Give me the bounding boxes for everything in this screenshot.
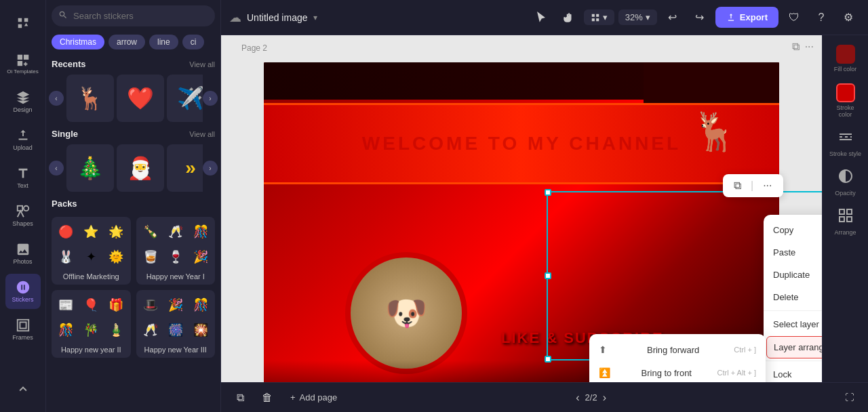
- sticker-plane[interactable]: ✈️: [167, 75, 203, 122]
- copy-page-button[interactable]: ⧉: [229, 387, 251, 409]
- right-panel: Fill color Stroke color Stroke style Opa…: [822, 35, 868, 382]
- sidebar-item-shapes[interactable]: Shapes: [5, 198, 41, 233]
- float-copy-button[interactable]: ⧉: [730, 178, 745, 193]
- pack-sticker: 🌟: [104, 220, 128, 243]
- arrange-icon: [837, 207, 854, 227]
- search-input[interactable]: [52, 5, 215, 26]
- sidebar-item-upload[interactable]: Upload: [5, 122, 41, 157]
- svg-rect-3: [20, 322, 26, 328]
- pack-happy-new-year-2-grid: 📰 🎈 🎁 🎊 🎋 🎍: [52, 290, 131, 344]
- sticker-arrow[interactable]: »: [167, 144, 203, 192]
- sticker-heart[interactable]: ❤️: [117, 75, 164, 122]
- sidebar-item-more[interactable]: [5, 371, 41, 407]
- tag-line[interactable]: line: [149, 35, 178, 49]
- context-delete[interactable]: Delete ⌫: [764, 286, 822, 308]
- page-icon-copy[interactable]: ⧉: [792, 41, 800, 53]
- context-select-layer-label: Select layer: [773, 319, 819, 329]
- frames-label: Frames: [12, 334, 33, 341]
- canvas-container[interactable]: Page 2 ⧉ ··· WELCOME TO MY CHANNEL 🦌 🐶: [221, 35, 822, 382]
- page-icons: ⧉ ···: [792, 41, 814, 53]
- recents-view-all[interactable]: View all: [189, 60, 215, 68]
- tool-sidebar: Oi Templates Design Upload Text Shapes P…: [0, 0, 46, 412]
- prev-page-button[interactable]: ‹: [576, 392, 579, 404]
- header-tools: ▾ 32% ▾ ↩ ↪ Export 🛡 ? ⚙: [530, 6, 860, 29]
- packs-row-1: 🔴 ⭐ 🌟 🐰 ✦ 🌞 Offline Marketing 🍾 🥂 🎊 🥃 🍷 …: [49, 214, 218, 287]
- context-duplicate[interactable]: Duplicate Ctrl+D: [764, 264, 822, 286]
- recents-next[interactable]: ›: [203, 91, 218, 106]
- add-page-label: Add page: [300, 392, 338, 403]
- tags-row: Christmas arrow line ci: [46, 32, 220, 55]
- recents-prev[interactable]: ‹: [49, 91, 64, 106]
- pack-happy-new-year-2[interactable]: 📰 🎈 🎁 🎊 🎋 🎍 Happy new year II: [52, 290, 131, 358]
- svg-rect-2: [17, 320, 28, 331]
- zoom-level: 32%: [625, 12, 643, 22]
- single-view-all[interactable]: View all: [189, 130, 215, 138]
- add-page-button[interactable]: + Add page: [283, 387, 344, 409]
- redo-button[interactable]: ↪: [688, 6, 711, 29]
- pack-sticker: ✦: [79, 245, 103, 268]
- doc-dropdown-arrow[interactable]: ▾: [313, 13, 317, 22]
- pack-happy-new-year-3[interactable]: 🎩 🎉 🎊 🥂 🎆 🎇 Happy new Year III: [136, 290, 216, 358]
- tag-arrow[interactable]: arrow: [108, 35, 145, 49]
- pack-offline-marketing[interactable]: 🔴 ⭐ 🌟 🐰 ✦ 🌞 Offline Marketing: [52, 217, 131, 285]
- sticker-tree[interactable]: 🎄: [66, 144, 114, 192]
- svg-point-1: [23, 206, 28, 211]
- svg-rect-12: [847, 217, 852, 222]
- sub-bring-forward-label: Bring forward: [647, 345, 699, 355]
- next-page-button[interactable]: ›: [603, 392, 606, 404]
- fill-color-prop[interactable]: Fill color: [827, 41, 865, 77]
- bottom-left-controls: ⧉ 🗑 + Add page: [229, 387, 344, 409]
- sidebar-item-text[interactable]: Text: [5, 160, 41, 195]
- pack-sticker: 🥃: [139, 245, 163, 268]
- recents-grid: 🦌 ❤️ ✈️: [64, 72, 203, 125]
- pack-offline-marketing-label: Offline Marketing: [52, 271, 131, 285]
- pointer-tool-button[interactable]: [530, 6, 553, 29]
- single-prev[interactable]: ‹: [49, 161, 64, 176]
- expand-button[interactable]: ⛶: [838, 387, 860, 409]
- sub-bring-forward[interactable]: ⬆ Bring forward Ctrl + ]: [589, 338, 766, 361]
- float-more-button[interactable]: ···: [759, 178, 776, 193]
- doc-title: Untitled image: [247, 12, 308, 23]
- opacity-label: Opacity: [835, 190, 856, 197]
- arrange-prop[interactable]: Arrange: [827, 203, 865, 240]
- context-copy[interactable]: Copy Ctrl + C: [764, 219, 822, 241]
- context-select-layer[interactable]: Select layer ›: [764, 313, 822, 335]
- stroke-style-prop[interactable]: Stroke style: [827, 125, 865, 161]
- sticker-hat[interactable]: 🎅: [117, 144, 164, 192]
- hand-tool-button[interactable]: [557, 6, 580, 29]
- sidebar-item-frames[interactable]: Frames: [5, 312, 41, 347]
- opacity-prop[interactable]: Opacity: [827, 164, 865, 201]
- shield-icon-button[interactable]: 🛡: [783, 6, 806, 29]
- page-icon-more[interactable]: ···: [805, 41, 814, 53]
- logo-button[interactable]: [5, 5, 41, 41]
- sidebar-item-stickers[interactable]: Stickers: [5, 274, 41, 309]
- context-paste[interactable]: Paste Ctrl + V: [764, 241, 822, 264]
- stroke-color-prop[interactable]: Stroke color: [827, 79, 865, 122]
- svg-rect-7: [596, 18, 599, 21]
- pack-happy-new-year-1[interactable]: 🍾 🥂 🎊 🥃 🍷 🎉 Happy new Year I: [136, 217, 216, 285]
- sidebar-item-design[interactable]: Design: [5, 84, 41, 119]
- sub-bring-to-front[interactable]: ⏫ Bring to front Ctrl + Alt + ]: [589, 361, 766, 382]
- delete-page-button[interactable]: 🗑: [256, 387, 278, 409]
- page-counter: 2/2: [585, 392, 597, 403]
- top-header: ☁ Untitled image ▾ ▾ 32% ▾ ↩ ↪ Expo: [221, 0, 868, 35]
- settings-button[interactable]: ⚙: [837, 6, 860, 29]
- page-nav: ‹ 2/2 ›: [576, 392, 606, 404]
- context-layer-arrangement[interactable]: Layer arrangement ›: [766, 336, 822, 358]
- pack-sticker: 🎊: [189, 220, 212, 243]
- canvas-banner-text: WELCOME TO MY CHANNEL: [362, 133, 681, 154]
- single-next[interactable]: ›: [203, 161, 218, 176]
- tag-christmas[interactable]: Christmas: [52, 35, 104, 49]
- sidebar-item-photos[interactable]: Photos: [5, 236, 41, 271]
- sub-bring-to-front-shortcut: Ctrl + Alt + ]: [717, 369, 756, 377]
- undo-button[interactable]: ↩: [661, 6, 684, 29]
- help-button[interactable]: ?: [810, 6, 833, 29]
- context-lock[interactable]: Lock: [764, 363, 822, 382]
- sticker-reindeer[interactable]: 🦌: [66, 75, 114, 122]
- view-mode-button[interactable]: ▾: [584, 9, 614, 25]
- sub-bring-forward-icon: ⬆: [599, 344, 607, 355]
- zoom-control[interactable]: 32% ▾: [618, 9, 657, 25]
- tag-ci[interactable]: ci: [182, 35, 205, 49]
- export-button[interactable]: Export: [715, 7, 778, 28]
- sidebar-item-templates[interactable]: Oi Templates: [5, 46, 41, 81]
